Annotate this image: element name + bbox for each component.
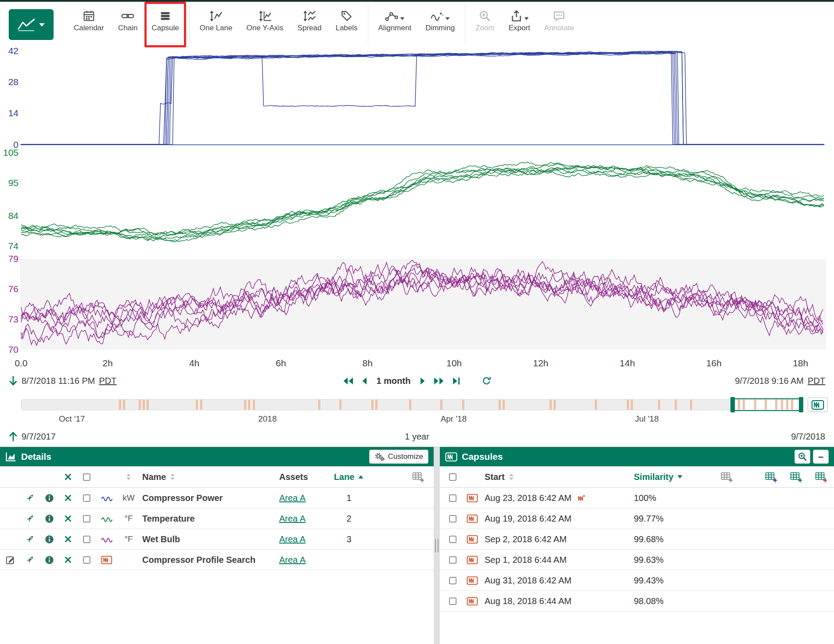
item-asset-link[interactable]: Area A <box>279 514 306 524</box>
item-asset-link[interactable]: Area A <box>279 534 306 544</box>
timebar-selection-left-handle[interactable] <box>730 397 735 412</box>
investigate-range-button[interactable] <box>9 376 18 386</box>
capsule-row: Aug 18, 2018 6:44 AM98.08% <box>440 591 834 612</box>
expand-range-button[interactable] <box>9 431 18 442</box>
timezone-link-end[interactable]: PDT <box>808 376 825 386</box>
pan-back-button[interactable] <box>361 376 368 386</box>
item-info-button[interactable] <box>40 529 59 549</box>
trend-series[interactable] <box>21 51 824 144</box>
start-column-header[interactable]: Start <box>485 472 505 482</box>
pan-forward-full-button[interactable] <box>433 376 445 386</box>
go-to-end-button[interactable] <box>452 376 461 386</box>
trend-series[interactable] <box>21 53 824 144</box>
item-info-button[interactable] <box>40 550 59 570</box>
add-stat-column-button-1[interactable] <box>765 472 777 483</box>
toolbar-button-one-lane[interactable]: One Lane <box>193 2 240 47</box>
trend-series[interactable] <box>21 162 824 235</box>
item-lane <box>334 550 364 570</box>
trend-series[interactable] <box>21 52 824 144</box>
item-info-button[interactable] <box>40 508 59 529</box>
add-column-button[interactable] <box>412 472 424 483</box>
assets-column-header[interactable]: Assets <box>279 472 308 482</box>
capsule-checkbox[interactable] <box>449 597 457 605</box>
trend-series[interactable] <box>21 51 824 144</box>
pan-back-full-button[interactable] <box>342 376 354 386</box>
remove-item-button[interactable] <box>59 550 77 570</box>
pan-forward-button[interactable] <box>419 376 426 386</box>
signal-wave-icon <box>101 494 113 502</box>
item-checkbox[interactable] <box>83 556 90 564</box>
toolbar-button-alignment[interactable]: Alignment <box>371 2 419 47</box>
refresh-button[interactable] <box>481 376 492 386</box>
timebar-selection[interactable] <box>733 398 802 411</box>
item-checkbox[interactable] <box>83 494 90 502</box>
export-icon <box>510 10 523 22</box>
item-checkbox[interactable] <box>83 515 90 522</box>
trend-series[interactable] <box>21 170 824 234</box>
investigate-range-start: 9/7/2017 <box>22 432 56 442</box>
trend-series[interactable] <box>21 166 824 241</box>
capsule-checkbox[interactable] <box>449 577 457 584</box>
trend-series[interactable] <box>21 163 824 238</box>
timebar-selection-right-handle[interactable] <box>799 397 803 412</box>
send-item-button[interactable] <box>20 529 40 549</box>
remove-item-button[interactable] <box>59 508 77 529</box>
remove-all-items-button[interactable] <box>59 466 77 487</box>
select-all-items-checkbox[interactable] <box>83 473 90 481</box>
toolbar-button-spread[interactable]: Spread <box>291 2 329 47</box>
capsule-checkbox[interactable] <box>449 556 457 564</box>
panel-resize-handle[interactable] <box>435 539 439 552</box>
toolbar-button-export[interactable]: Export <box>502 2 537 47</box>
toolbar-button-labels[interactable]: Labels <box>328 2 364 47</box>
info-icon <box>45 494 54 503</box>
bottom-panels: Details Customize <box>0 447 834 644</box>
trend-toolbar: CalendarChainCapsuleOne LaneOne Y-AxisSp… <box>0 2 834 47</box>
capsule-time-select-button[interactable] <box>808 397 828 412</box>
edit-item-button[interactable] <box>5 555 15 565</box>
trend-series[interactable] <box>21 52 824 144</box>
timebar-capsule-mark <box>690 400 692 410</box>
trend-series[interactable] <box>21 52 824 144</box>
capsule-checkbox[interactable] <box>449 515 457 522</box>
item-asset-link[interactable]: Area A <box>279 555 306 565</box>
remove-item-button[interactable] <box>59 529 77 549</box>
range-duration-label[interactable]: 1 month <box>377 376 411 386</box>
collapse-panel-button[interactable]: − <box>813 450 829 464</box>
send-item-button[interactable] <box>20 508 40 529</box>
capsule-checkbox[interactable] <box>449 494 457 502</box>
send-item-button[interactable] <box>20 488 40 508</box>
item-checkbox[interactable] <box>83 536 90 543</box>
lane-column-header[interactable]: Lane <box>334 472 355 482</box>
timebar-track[interactable] <box>21 399 803 410</box>
sort-by-name-button[interactable] <box>169 473 176 480</box>
toolbar-button-chain[interactable]: Chain <box>111 2 144 47</box>
sort-by-start-button[interactable] <box>508 473 514 480</box>
sort-by-type-button[interactable] <box>118 466 140 487</box>
trend-series[interactable] <box>21 52 824 144</box>
toolbar-button-dimming[interactable]: Dimming <box>418 2 462 47</box>
name-column-header[interactable]: Name <box>142 472 166 482</box>
zoom-to-capsules-button[interactable] <box>794 450 810 464</box>
customize-button[interactable]: Customize <box>369 450 428 464</box>
x-axis-tick-label: 6h <box>276 358 286 368</box>
item-info-button[interactable] <box>40 488 59 508</box>
item-asset-link[interactable]: Area A <box>279 493 306 503</box>
add-stat-column-button-3[interactable] <box>815 472 827 483</box>
trend-chart[interactable]: 4228140105958474797673700.02h4h6h8h10h12… <box>0 47 834 372</box>
toolbar-button-capsule[interactable]: Capsule <box>144 2 186 47</box>
send-item-button[interactable] <box>20 550 40 570</box>
similarity-column-header[interactable]: Similarity <box>634 472 673 482</box>
timezone-link-start[interactable]: PDT <box>99 376 117 386</box>
toolbar-button-calendar[interactable]: Calendar <box>67 2 111 47</box>
add-column-button[interactable] <box>721 472 733 483</box>
add-stat-column-button-2[interactable] <box>790 472 802 483</box>
timebar-capsule-mark <box>503 400 505 410</box>
capsule-checkbox[interactable] <box>449 536 457 543</box>
select-all-capsules-checkbox[interactable] <box>449 473 457 481</box>
trend-series[interactable] <box>21 52 824 145</box>
rocket-icon <box>25 534 35 544</box>
remove-item-button[interactable] <box>59 488 77 508</box>
view-selector-button[interactable] <box>9 9 54 40</box>
toolbar-button-one-y-axis[interactable]: One Y-Axis <box>239 2 290 47</box>
timebar-capsule-mark <box>658 400 660 410</box>
